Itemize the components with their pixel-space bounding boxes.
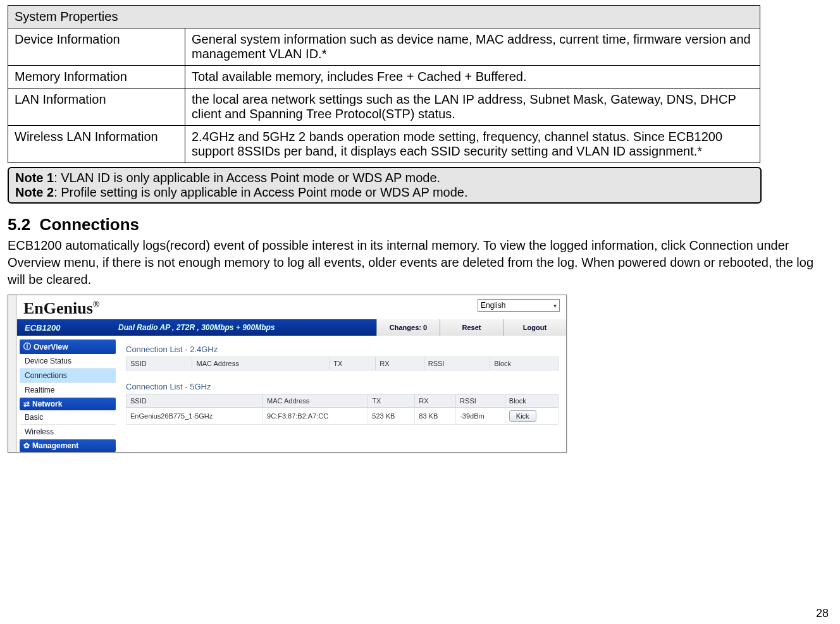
reset-button[interactable]: Reset — [440, 319, 503, 336]
col-block: Block — [490, 357, 559, 370]
notes-box: Note 1: VLAN ID is only applicable in Ac… — [8, 167, 762, 204]
cell-tx: 523 KB — [368, 408, 415, 425]
col-mac: MAC Address — [263, 395, 368, 408]
props-row-label: Memory Information — [8, 66, 185, 89]
col-rssi: RSSI — [456, 395, 505, 408]
col-tx: TX — [368, 395, 415, 408]
col-mac: MAC Address — [192, 357, 330, 370]
network-icon: ⇄ — [23, 400, 30, 408]
info-icon: ⓘ — [23, 341, 31, 352]
changes-button[interactable]: Changes: 0 — [376, 319, 440, 336]
gear-icon: ✿ — [23, 441, 30, 450]
language-value: English — [481, 301, 505, 310]
note1-label: Note 1 — [15, 171, 54, 185]
sidebar-header-overview[interactable]: ⓘ OverView — [20, 340, 116, 354]
sidebar-item-device-status[interactable]: Device Status — [20, 354, 116, 369]
kick-button[interactable]: Kick — [509, 410, 536, 422]
sidebar-item-basic[interactable]: Basic — [20, 410, 116, 425]
note2-text: : Profile setting is only applicable in … — [54, 185, 467, 199]
props-row-label: LAN Information — [8, 89, 185, 126]
section-title: Connections — [40, 215, 139, 234]
props-row-desc: the local area network settings such as … — [185, 89, 760, 126]
cell-rx: 83 KB — [415, 408, 456, 425]
cell-ssid: EnGenius26B775_1-5GHz — [127, 408, 263, 425]
table-row: EnGenius26B775_1-5GHz 9C:F3:87:B2:A7:CC … — [127, 408, 559, 425]
logout-button[interactable]: Logout — [503, 319, 566, 336]
model-label: ECB1200 — [17, 323, 118, 333]
connection-table-24: SSID MAC Address TX RX RSSI Block — [126, 357, 559, 370]
admin-ui-screenshot: EnGenius® English ▾ ECB1200 Dual Radio A… — [8, 295, 567, 453]
note2-label: Note 2 — [15, 185, 54, 199]
language-select[interactable]: English ▾ — [478, 299, 560, 312]
sidebar-item-realtime[interactable]: Realtime — [20, 383, 116, 398]
col-ssid: SSID — [127, 357, 192, 370]
connection-list-5-title: Connection List - 5GHz — [126, 382, 559, 391]
section-heading: 5.2 Connections — [8, 215, 832, 235]
sidebar: ⓘ OverView Device Status Connections Rea… — [17, 336, 118, 452]
connection-table-5: SSID MAC Address TX RX RSSI Block EnGeni… — [126, 394, 559, 425]
props-row-desc: 2.4GHz and 5GHz 2 bands operation mode s… — [185, 126, 760, 163]
section-number: 5.2 — [8, 215, 30, 234]
sidebar-item-connections[interactable]: Connections — [20, 369, 116, 383]
col-rssi: RSSI — [424, 357, 490, 370]
sidebar-item-wireless[interactable]: Wireless — [20, 425, 116, 439]
col-rx: RX — [415, 395, 456, 408]
section-body: ECB1200 automatically logs(record) event… — [8, 237, 832, 288]
props-header: System Properties — [8, 6, 760, 28]
tagline: Dual Radio AP , 2T2R , 300Mbps + 900Mbps — [118, 323, 376, 332]
scrollbar-stub[interactable] — [8, 295, 17, 452]
system-properties-table: System Properties Device Information Gen… — [8, 5, 760, 163]
col-rx: RX — [376, 357, 424, 370]
cell-mac: 9C:F3:87:B2:A7:CC — [263, 408, 368, 425]
col-ssid: SSID — [127, 395, 263, 408]
props-row-desc: Total available memory, includes Free + … — [185, 66, 760, 89]
brand-logo: EnGenius® — [23, 299, 99, 318]
main-panel: Connection List - 2.4GHz SSID MAC Addres… — [118, 336, 566, 452]
chevron-down-icon: ▾ — [553, 302, 557, 309]
props-row-desc: General system information such as devic… — [185, 28, 760, 66]
header-bar: ECB1200 Dual Radio AP , 2T2R , 300Mbps +… — [17, 319, 566, 336]
col-block: Block — [505, 395, 558, 408]
note1-text: : VLAN ID is only applicable in Access P… — [54, 171, 440, 185]
cell-rssi: -39dBm — [456, 408, 505, 425]
sidebar-header-network[interactable]: ⇄ Network — [20, 398, 116, 410]
props-row-label: Device Information — [8, 28, 185, 66]
sidebar-header-management[interactable]: ✿ Management — [20, 439, 116, 452]
col-tx: TX — [330, 357, 376, 370]
props-row-label: Wireless LAN Information — [8, 126, 185, 163]
cell-block: Kick — [505, 408, 558, 425]
connection-list-24-title: Connection List - 2.4GHz — [126, 345, 559, 354]
